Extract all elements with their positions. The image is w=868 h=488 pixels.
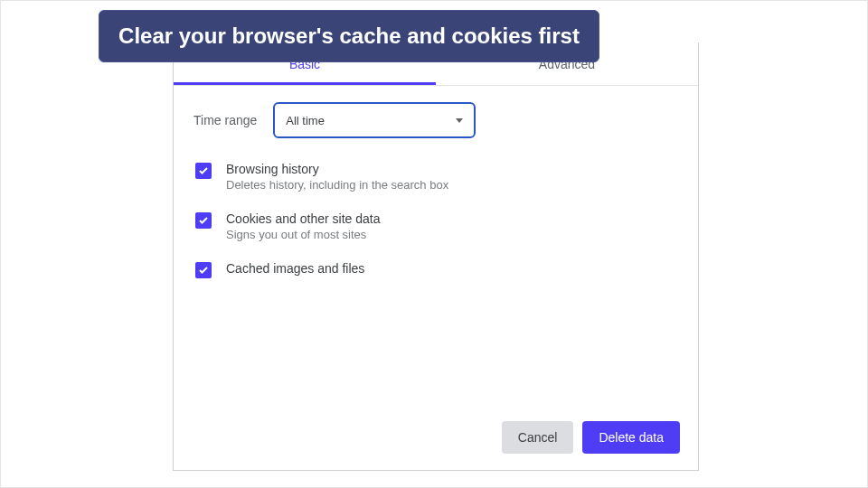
chevron-down-icon — [456, 118, 463, 123]
clear-data-dialog: Basic Advanced Time range All time Brows… — [173, 42, 699, 471]
cancel-button[interactable]: Cancel — [502, 421, 574, 454]
checkbox-cookies[interactable] — [195, 212, 212, 229]
delete-data-button[interactable]: Delete data — [582, 421, 680, 454]
delete-button-label: Delete data — [599, 430, 664, 445]
dialog-footer: Cancel Delete data — [174, 407, 698, 470]
option-text: Cached images and files — [226, 261, 364, 276]
time-range-row: Time range All time — [193, 102, 678, 138]
time-range-value: All time — [286, 114, 325, 127]
check-icon — [198, 165, 209, 176]
option-browsing-history: Browsing history Deletes history, includ… — [193, 162, 678, 192]
option-title: Cookies and other site data — [226, 211, 380, 226]
option-cookies: Cookies and other site data Signs you ou… — [193, 211, 678, 241]
option-title: Browsing history — [226, 162, 448, 176]
option-sub: Deletes history, including in the search… — [226, 178, 448, 192]
option-title: Cached images and files — [226, 261, 364, 276]
check-icon — [198, 265, 209, 276]
time-range-select[interactable]: All time — [273, 102, 476, 138]
option-cached: Cached images and files — [193, 261, 678, 278]
checkbox-browsing-history[interactable] — [195, 163, 212, 179]
time-range-label: Time range — [193, 113, 257, 127]
banner-text: Clear your browser's cache and cookies f… — [118, 23, 580, 48]
dialog-content: Time range All time Browsing history Del… — [174, 86, 698, 407]
check-icon — [198, 215, 209, 226]
cancel-button-label: Cancel — [518, 430, 558, 445]
option-text: Browsing history Deletes history, includ… — [226, 162, 448, 192]
instruction-banner: Clear your browser's cache and cookies f… — [99, 10, 599, 62]
option-sub: Signs you out of most sites — [226, 228, 380, 241]
checkbox-cached[interactable] — [195, 262, 212, 278]
option-text: Cookies and other site data Signs you ou… — [226, 211, 380, 241]
